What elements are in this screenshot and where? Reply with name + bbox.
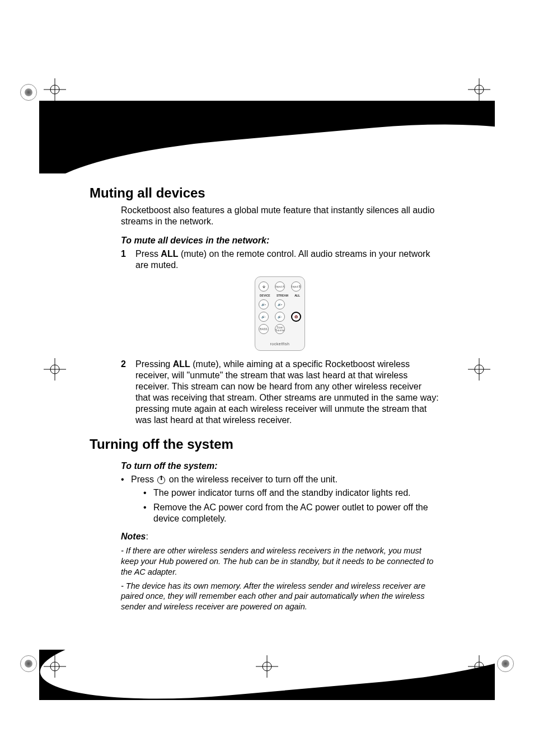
step-number: 2 — [121, 359, 129, 426]
remote-stream-vol-up: 🔊+ — [275, 299, 285, 309]
remote-label-all: ALL — [294, 294, 300, 297]
note-1: - If there are other wireless senders an… — [121, 546, 439, 577]
remote-device-vol-up: 🔊+ — [259, 299, 269, 309]
remote-stream-vol-dn: 🔊− — [275, 312, 285, 322]
print-registration-mark — [44, 655, 66, 678]
note-2: - The device has its own memory. After t… — [121, 581, 439, 613]
header-banner — [39, 101, 495, 173]
muting-steps: 1 Press ALL (mute) on the remote control… — [121, 248, 439, 271]
remote-label-stream: STREAM — [277, 294, 288, 297]
step-1-text: Press ALL (mute) on the remote control. … — [135, 248, 439, 271]
page-content: Muting all devices Rocketboost also feat… — [90, 185, 439, 612]
turnoff-sub-bullets: The power indicator turns off and the st… — [143, 487, 439, 524]
print-registration-mark — [44, 358, 66, 381]
print-corner-mark — [20, 655, 37, 672]
print-registration-mark — [468, 655, 490, 678]
remote-input-a-button: Input A — [275, 281, 285, 292]
print-registration-mark — [44, 78, 66, 101]
remote-power-button: ⏻ — [259, 281, 269, 292]
muting-steps-2: 2 Pressing ALL (mute), while aiming at a… — [121, 359, 439, 426]
remote-figure: ⏻ Input A Input B DEVICE STREAM ALL 🔊+ 🔊… — [121, 276, 439, 351]
print-corner-mark — [20, 84, 37, 101]
turnoff-sub-2: Remove the AC power cord from the AC pow… — [143, 502, 439, 524]
print-corner-mark — [497, 655, 514, 672]
remote-scan-button: Scan Source — [275, 324, 285, 334]
muting-step-2: 2 Pressing ALL (mute), while aiming at a… — [121, 359, 439, 426]
remote-device-vol-dn: 🔊− — [259, 312, 269, 322]
print-registration-mark — [256, 655, 278, 678]
power-icon — [157, 476, 165, 484]
section-turnoff-body: To turn off the system: Press on the wir… — [121, 461, 439, 612]
notes-heading: Notes: — [121, 531, 439, 542]
step-2-text: Pressing ALL (mute), while aiming at a s… — [135, 359, 439, 426]
remote-bass-button: BASS — [259, 324, 269, 334]
section-muting-body: Rocketboost also features a global mute … — [121, 205, 439, 426]
turnoff-subhead: To turn off the system: — [121, 461, 439, 472]
muting-step-1: 1 Press ALL (mute) on the remote control… — [121, 248, 439, 271]
muting-intro: Rocketboost also features a global mute … — [121, 205, 439, 227]
turnoff-bullets: Press on the wireless receiver to turn o… — [121, 474, 439, 528]
print-registration-mark — [468, 78, 490, 101]
remote-control-illustration: ⏻ Input A Input B DEVICE STREAM ALL 🔊+ 🔊… — [255, 276, 305, 351]
remote-input-b-button: Input B — [291, 281, 301, 292]
step-number: 1 — [121, 248, 129, 271]
heading-turning-off: Turning off the system — [90, 436, 439, 453]
page-frame: Muting all devices Rocketboost also feat… — [39, 56, 495, 700]
remote-all-mute-button: 🔇 — [291, 312, 301, 322]
print-registration-mark — [468, 358, 490, 381]
heading-muting: Muting all devices — [90, 185, 439, 201]
remote-brand-label: rocketfish — [259, 342, 301, 347]
muting-subhead: To mute all devices in the network: — [121, 235, 439, 246]
page-number: 20 — [90, 666, 112, 690]
remote-label-device: DEVICE — [260, 294, 270, 297]
turnoff-bullet-1: Press on the wireless receiver to turn o… — [121, 474, 439, 528]
turnoff-sub-1: The power indicator turns off and the st… — [143, 487, 439, 499]
